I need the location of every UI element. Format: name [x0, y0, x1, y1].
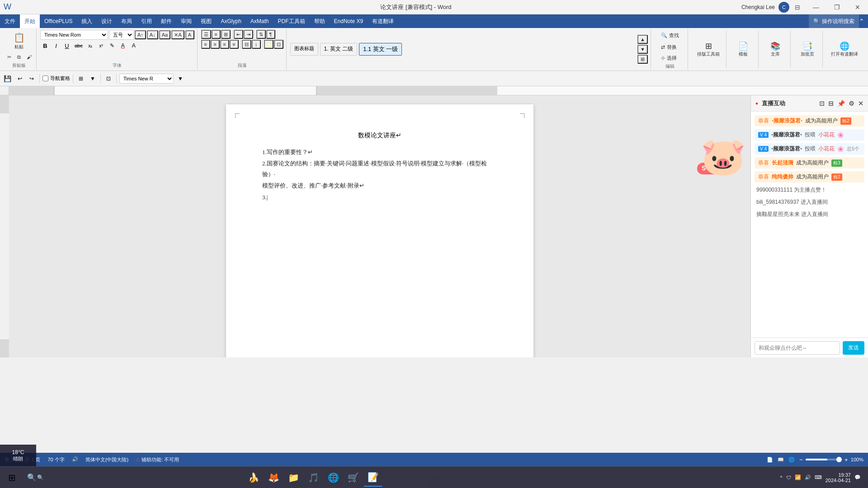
select-button[interactable]: ⊹ 选择 [659, 53, 679, 62]
sort-button[interactable]: ⇅ [256, 30, 266, 39]
strikethrough-button[interactable]: abc [73, 41, 85, 51]
copy-button[interactable]: ⧉ [14, 52, 24, 61]
taskbar-app-browser[interactable]: 🦊 [264, 469, 283, 487]
ruler-corner[interactable] [0, 86, 9, 95]
template-button[interactable]: 📄 模板 [732, 40, 755, 58]
clear-format-button[interactable]: ✕A [171, 30, 184, 39]
align-center-button[interactable]: ≡ [211, 40, 220, 49]
zoom-level[interactable]: 100% [851, 457, 863, 462]
menu-axmath[interactable]: AxMath [246, 14, 274, 28]
view-reading-icon[interactable]: 📖 [778, 457, 784, 463]
numbering-button[interactable]: ≡ [212, 30, 221, 39]
document-area[interactable]: 数模论文讲座↵ 1.写作的重要性？↵ 2.国赛论文的结构：摘要·关键词·问题重述… [9, 95, 750, 357]
styles-down-button[interactable]: ▼ [637, 45, 648, 54]
search-taskbar[interactable]: 🔍 🔍 [24, 467, 47, 488]
style-caption[interactable]: 图表标题 [290, 43, 318, 56]
zoom-slider[interactable] [806, 459, 842, 460]
live-chat-input[interactable] [755, 341, 840, 355]
menu-pdf[interactable]: PDF工具箱 [274, 14, 310, 28]
typo-tools-button[interactable]: ⊞ 排版工具箱 [694, 40, 722, 58]
font-name-select[interactable]: Times New Rom [40, 30, 108, 40]
find-button[interactable]: 🔍 查找 [659, 30, 681, 41]
decrease-font-button[interactable]: A↓ [147, 30, 158, 39]
menu-endnote[interactable]: EndNote X9 [330, 14, 368, 28]
menu-references[interactable]: 引用 [137, 14, 156, 28]
live-icon2[interactable]: ⊟ [828, 100, 834, 107]
menu-search[interactable]: 🔍操作说明搜索 [809, 14, 859, 28]
borders-button[interactable]: ⊡ [274, 40, 283, 49]
line-spacing-button[interactable]: ↕ [252, 40, 261, 49]
doc-line4[interactable]: 3.| [262, 192, 497, 202]
accessibility-icon[interactable]: 🔊 [72, 456, 78, 463]
font-color-button[interactable]: A [118, 41, 128, 51]
translate-open-button[interactable]: 🌐 打开有道翻译 [828, 40, 861, 58]
nav-pane-label[interactable]: 导航窗格 [50, 75, 70, 82]
increase-font-button[interactable]: A↑ [135, 30, 146, 39]
view-web-icon[interactable]: 🌐 [788, 457, 795, 463]
subscript-button[interactable]: x₂ [85, 41, 95, 51]
cut-button[interactable]: ✂ [5, 52, 14, 61]
styles-more-button[interactable]: ⊞ [637, 55, 648, 64]
zoom-out-button[interactable]: − [799, 456, 803, 463]
nav-pane-checkbox[interactable] [42, 75, 48, 81]
live-icon4[interactable]: ⚙ [849, 100, 854, 107]
start-button[interactable]: ⊞ [0, 467, 24, 488]
change-case-button[interactable]: Aa [159, 30, 170, 39]
view-options-button[interactable]: ▼ [88, 74, 98, 84]
menu-review[interactable]: 审阅 [176, 14, 196, 28]
menu-mailings[interactable]: 邮件 [156, 14, 176, 28]
notification-icon[interactable]: 💬 [854, 474, 861, 480]
redo-button[interactable]: ↪ [27, 74, 37, 84]
undo-button[interactable]: ↩ [15, 74, 25, 84]
maximize-button[interactable]: ❐ [826, 0, 847, 14]
font2-dropdown-button[interactable]: ▼ [175, 74, 185, 84]
taskbar-app-emoji1[interactable]: 🍌 [245, 469, 263, 487]
view-toggle-button[interactable]: ⊞ [76, 74, 86, 84]
styles-up-button[interactable]: ▲ [637, 35, 648, 44]
taskbar-app-word[interactable]: 📝 [364, 469, 382, 487]
align-left-button[interactable]: ≡ [201, 40, 210, 49]
bullets-button[interactable]: ☰ [201, 30, 211, 39]
style-heading1-en[interactable]: 1.1 英文 一级 [359, 43, 402, 56]
menu-file[interactable]: 文件 [0, 14, 20, 28]
multilevel-button[interactable]: ⊞ [221, 30, 231, 39]
menu-layout[interactable]: 布局 [117, 14, 137, 28]
paste-button[interactable]: 📋 粘贴 [12, 30, 27, 52]
doc-line1[interactable]: 1.写作的重要性？↵ [262, 147, 497, 157]
format-painter-button[interactable]: 🖌 [24, 52, 33, 61]
style-heading2-en[interactable]: 1. 英文 二级 [320, 43, 358, 56]
shading-button[interactable]: ◼ [264, 40, 274, 49]
doc-line2[interactable]: 2.国赛论文的结构：摘要·关键词·问题重述·模型假设·符号说明·模型建立与求解·… [262, 158, 497, 179]
addpage-button[interactable]: 📑 加批页 [796, 40, 819, 58]
ribbon-display-icon[interactable]: ⊟ [793, 4, 802, 11]
view-normal-icon[interactable]: 📄 [767, 457, 773, 463]
zoom-in-button[interactable]: + [844, 456, 848, 463]
columns-button[interactable]: ⊟ [242, 40, 251, 49]
char-shading-button[interactable]: A [185, 30, 194, 39]
menu-help[interactable]: 帮助 [310, 14, 330, 28]
save-button[interactable]: 💾 [2, 74, 13, 84]
increase-indent-button[interactable]: ⇥ [244, 30, 253, 39]
close-button[interactable]: ✕ [847, 0, 868, 14]
font-size-select[interactable]: 五号 [109, 30, 134, 40]
send-button[interactable]: 发送 [843, 341, 864, 355]
minimize-button[interactable]: — [806, 0, 826, 14]
keyboard-icon[interactable]: ⌨ [815, 474, 822, 480]
menu-design[interactable]: 设计 [97, 14, 117, 28]
char-border-button[interactable]: A [129, 41, 139, 51]
collapse-ribbon-icon[interactable]: ⌃ [859, 18, 864, 25]
decrease-indent-button[interactable]: ⇤ [234, 30, 243, 39]
network-icon[interactable]: 📶 [795, 474, 801, 480]
menu-youdao[interactable]: 有道翻译 [368, 14, 398, 28]
menu-officeplus[interactable]: OfficePLUS [40, 14, 77, 28]
user-avatar[interactable]: C [778, 2, 789, 13]
superscript-button[interactable]: x² [96, 41, 106, 51]
menu-view[interactable]: 视图 [196, 14, 216, 28]
menu-home[interactable]: 开始 [20, 14, 40, 28]
replace-button[interactable]: ⇄ 替换 [659, 42, 679, 52]
doc-line3[interactable]: 模型评价、改进、推广·参考文献·附录↵ [262, 180, 497, 191]
highlight-button[interactable]: ✎ [107, 41, 117, 51]
taskbar-app-edge[interactable]: 🌐 [324, 469, 342, 487]
align-right-button[interactable]: ≡ [220, 40, 229, 49]
volume-icon[interactable]: 🔊 [805, 474, 811, 480]
